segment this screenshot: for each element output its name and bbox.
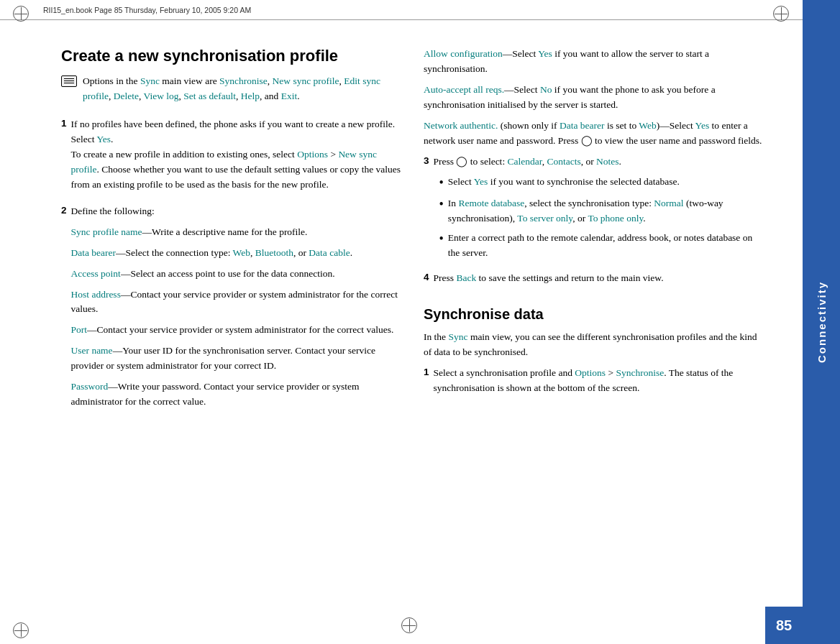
step-2-content: Define the following: Sync profile name—… [71, 204, 402, 415]
main-heading: Create a new synchronisation profile [61, 47, 402, 65]
bullet-2-text: In Remote database, select the synchroni… [448, 196, 764, 226]
tab-label: Connectivity [816, 281, 828, 363]
step-2-number: 2 [61, 204, 67, 415]
step-4: 4 Press Back to save the settings and re… [424, 271, 764, 292]
sync-profile-name: Sync profile name—Write a descriptive na… [71, 225, 402, 240]
bullet-icon-3: • [439, 231, 444, 261]
sync-step-1-content: Select a synchronisation profile and Opt… [434, 366, 764, 402]
step-1-para1: If no profiles have been defined, the ph… [71, 117, 402, 193]
step-2-label: Define the following: [71, 204, 402, 219]
sync-intro: In the Sync main view, you can see the d… [424, 330, 764, 360]
note-icon [61, 75, 77, 87]
host-address: Host address—Contact your service provid… [71, 288, 402, 318]
step-3-text: Press ◯ to select: Calendar, Contacts, o… [434, 155, 764, 170]
main-content: Create a new synchronisation profile Opt… [61, 25, 764, 630]
step-1: 1 If no profiles have been defined, the … [61, 117, 402, 198]
step-3-content: Press ◯ to select: Calendar, Contacts, o… [434, 155, 764, 265]
bullet-1: • Select Yes if you want to synchronise … [434, 175, 764, 191]
step-4-text: Press Back to save the settings and retu… [434, 271, 764, 286]
step-1-content: If no profiles have been defined, the ph… [71, 117, 402, 198]
sync-step-1-number: 1 [424, 366, 429, 402]
bullet-3-text: Enter a correct path to the remote calen… [448, 231, 764, 261]
step-4-number: 4 [424, 271, 429, 292]
sync-step-1-text: Select a synchronisation profile and Opt… [434, 366, 764, 396]
bullet-icon-2: • [439, 196, 444, 226]
bullet-icon-1: • [439, 175, 444, 191]
crosshair-top-left [11, 4, 31, 24]
allow-config: Allow configuration—Select Yes if you wa… [424, 47, 764, 77]
access-point: Access point—Select an access point to u… [71, 267, 402, 282]
password: Password—Write your password. Contact yo… [71, 380, 402, 410]
note-text: Options in the Sync main view are Synchr… [83, 74, 402, 104]
right-column: Allow configuration—Select Yes if you wa… [424, 25, 764, 630]
bullet-2: • In Remote database, select the synchro… [434, 196, 764, 226]
step-3: 3 Press ◯ to select: Calendar, Contacts,… [424, 155, 764, 265]
crosshair-top-right [771, 4, 791, 24]
step-4-content: Press Back to save the settings and retu… [434, 271, 764, 292]
step-3-number: 3 [424, 155, 429, 265]
connectivity-tab: Connectivity [803, 0, 840, 644]
crosshair-bottom-center [399, 615, 419, 635]
step-2: 2 Define the following: Sync profile nam… [61, 204, 402, 415]
bullet-3: • Enter a correct path to the remote cal… [434, 231, 764, 261]
sync-data-heading: Synchronise data [424, 305, 764, 323]
user-name: User name—Your user ID for the synchroni… [71, 344, 402, 374]
data-bearer: Data bearer—Select the connection type: … [71, 246, 402, 261]
header-text: RII15_en.book Page 85 Thursday, February… [43, 6, 251, 14]
header-bar: RII15_en.book Page 85 Thursday, February… [0, 0, 803, 20]
network-authentic: Network authentic. (shown only if Data b… [424, 119, 764, 149]
port: Port—Contact your service provider or sy… [71, 323, 402, 338]
page-number: 85 [776, 617, 792, 634]
step-1-number: 1 [61, 117, 67, 198]
auto-accept: Auto-accept all reqs.—Select No if you w… [424, 83, 764, 113]
note-block: Options in the Sync main view are Synchr… [61, 74, 402, 110]
left-column: Create a new synchronisation profile Opt… [61, 25, 402, 630]
page-number-box: 85 [765, 607, 803, 644]
bullet-1-text: Select Yes if you want to synchronise th… [448, 175, 764, 191]
crosshair-bottom-left [11, 620, 31, 640]
sync-step-1: 1 Select a synchronisation profile and O… [424, 366, 764, 402]
